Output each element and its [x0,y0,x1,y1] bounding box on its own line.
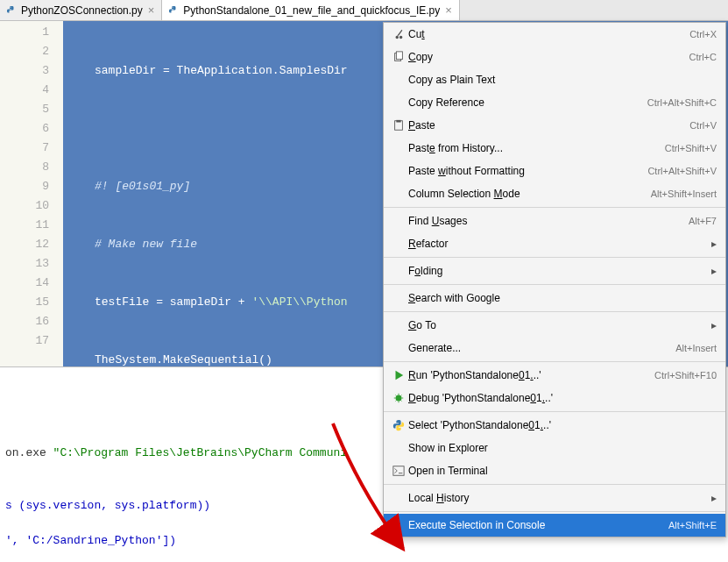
svg-rect-5 [396,120,400,123]
terminal-icon [389,465,408,477]
submenu-arrow-icon: ▸ [706,492,717,504]
menu-item[interactable]: Paste from History...Ctrl+Shift+V [384,137,725,160]
menu-separator [384,284,725,285]
svg-point-0 [11,6,11,7]
menu-item-label: Paste from History... [408,142,665,154]
menu-shortcut: Ctrl+C [689,52,717,62]
menu-item[interactable]: Copy ReferenceCtrl+Alt+Shift+C [384,91,725,114]
menu-separator [384,257,725,258]
menu-item[interactable]: PasteCtrl+V [384,114,725,137]
menu-item-label: Local History [408,492,706,504]
tab-label: PythonZOSConnection.py [21,4,143,17]
menu-item-label: Copy as Plain Text [408,74,717,86]
run-icon [389,369,408,381]
menu-item-label: Open in Terminal [408,465,717,477]
menu-shortcut: Alt+Insert [675,343,717,353]
menu-item[interactable]: Folding▸ [384,260,725,282]
close-icon[interactable]: × [146,4,157,17]
menu-shortcut: Ctrl+V [689,120,717,131]
menu-item-label: Copy [408,51,689,63]
menu-item-label: Folding [408,265,706,277]
menu-separator [384,511,725,512]
menu-item-label: Debug 'PythonStandalone01...' [408,392,717,404]
menu-item[interactable]: Paste without FormattingCtrl+Alt+Shift+V [384,160,725,182]
menu-item-label: Refactor [408,238,706,250]
menu-separator [384,311,725,312]
menu-item[interactable]: CutCtrl+X [384,23,725,46]
menu-shortcut: Alt+F7 [689,216,717,226]
svg-point-6 [396,395,402,402]
svg-rect-7 [393,466,404,476]
submenu-arrow-icon: ▸ [706,265,717,277]
submenu-arrow-icon: ▸ [706,319,717,331]
menu-item-label: Paste without Formatting [408,165,647,177]
tab-python-zos[interactable]: PythonZOSConnection.py × [0,0,162,20]
menu-item[interactable]: Generate...Alt+Insert [384,337,725,359]
menu-item[interactable]: Copy as Plain Text [384,68,725,91]
menu-item-label: Execute Selection in Console [408,519,668,531]
menu-item-label: Copy Reference [408,96,647,109]
copy-icon [389,51,408,63]
context-menu: CutCtrl+XCopyCtrl+CCopy as Plain TextCop… [383,22,726,537]
menu-shortcut: Ctrl+Shift+V [665,143,717,153]
menu-shortcut: Ctrl+Alt+Shift+C [647,97,717,108]
tab-python-standalone[interactable]: PythonStandalone_01_new_file_and_quickfo… [162,0,459,20]
menu-item[interactable]: Go To▸ [384,314,725,337]
menu-item-label: Show in Explorer [408,442,717,454]
menu-item-label: Column Selection Mode [408,188,651,200]
debug-icon [389,392,408,404]
menu-item[interactable]: Column Selection ModeAlt+Shift+Insert [384,182,725,205]
paste-icon [389,119,408,132]
menu-shortcut: Ctrl+X [689,29,717,39]
menu-item-label: Go To [408,319,706,331]
menu-shortcut: Alt+Shift+E [668,520,717,530]
menu-item[interactable]: Show in Explorer [384,437,725,459]
menu-item[interactable]: Run 'PythonStandalone01...'Ctrl+Shift+F1… [384,364,725,387]
svg-rect-3 [396,52,402,60]
svg-point-1 [173,6,173,7]
tab-label: PythonStandalone_01_new_file_and_quickfo… [183,4,440,17]
tab-bar: PythonZOSConnection.py × PythonStandalon… [0,0,728,21]
menu-item-label: Cut [408,28,689,40]
python-file-icon [5,4,18,17]
menu-item[interactable]: Refactor▸ [384,232,725,255]
menu-separator [384,411,725,412]
menu-item-label: Select 'PythonStandalone01...' [408,419,717,431]
menu-item[interactable]: Open in Terminal [384,459,725,482]
menu-item[interactable]: Execute Selection in ConsoleAlt+Shift+E [384,514,725,537]
menu-item[interactable]: Search with Google [384,287,725,309]
cut-icon [389,28,408,40]
menu-item-label: Generate... [408,342,675,354]
menu-shortcut: Ctrl+Shift+F10 [654,370,717,381]
python-icon [389,419,408,431]
menu-item-label: Search with Google [408,292,717,304]
menu-item[interactable]: Debug 'PythonStandalone01...' [384,387,725,409]
menu-separator [384,484,725,485]
close-icon[interactable]: × [443,4,454,17]
submenu-arrow-icon: ▸ [706,238,717,250]
menu-item[interactable]: Local History▸ [384,487,725,509]
menu-item[interactable]: CopyCtrl+C [384,46,725,68]
menu-item-label: Find Usages [408,215,689,227]
menu-shortcut: Ctrl+Alt+Shift+V [647,166,717,176]
menu-item[interactable]: Find UsagesAlt+F7 [384,210,725,232]
menu-shortcut: Alt+Shift+Insert [651,189,717,199]
menu-item-label: Run 'PythonStandalone01...' [408,369,654,381]
python-file-icon [167,4,180,17]
line-gutter: 123 456 789 101112 131415 1617 [0,21,63,366]
menu-separator [384,207,725,208]
menu-item-label: Paste [408,119,689,132]
menu-separator [384,361,725,362]
menu-item[interactable]: Select 'PythonStandalone01...' [384,414,725,437]
